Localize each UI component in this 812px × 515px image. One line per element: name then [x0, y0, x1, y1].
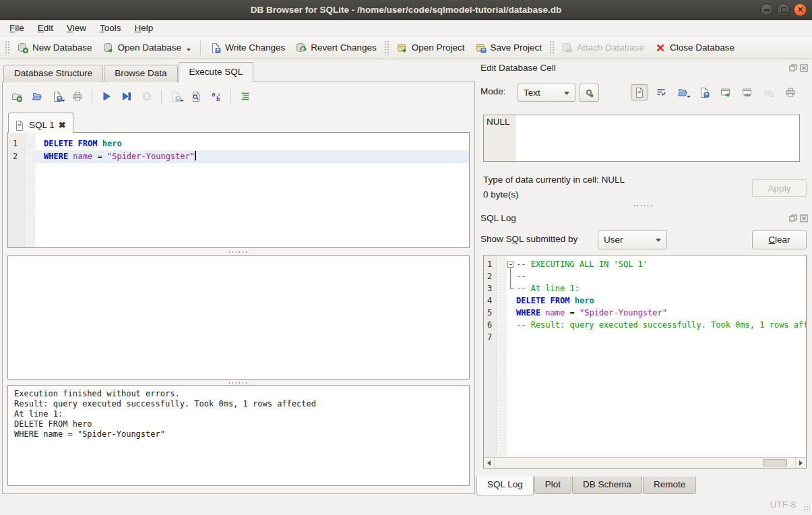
- editor-content[interactable]: DELETE FROM heroWHERE name = "Spider-You…: [35, 133, 469, 247]
- execute-all-button[interactable]: [98, 88, 115, 104]
- cell-size-label: 0 byte(s): [483, 189, 519, 200]
- fold-marker-icon[interactable]: [507, 258, 516, 270]
- float-icon[interactable]: [788, 63, 797, 72]
- mode-combobox[interactable]: Text: [518, 84, 575, 102]
- execute-current-line-button[interactable]: [118, 88, 135, 104]
- close-icon[interactable]: [799, 214, 808, 222]
- open-project-button[interactable]: Open Project: [392, 39, 470, 57]
- save-project-button[interactable]: Save Project: [470, 39, 548, 57]
- text-view-button[interactable]: [631, 84, 648, 100]
- tab-browse-data[interactable]: Browse Data: [104, 65, 177, 82]
- title-bar[interactable]: DB Browser for SQLite - /home/user/code/…: [0, 0, 812, 20]
- cell-editor[interactable]: NULL: [483, 115, 800, 162]
- new-database-button[interactable]: New Database: [12, 39, 98, 57]
- tab-database-structure[interactable]: Database Structure: [3, 65, 103, 82]
- menu-file[interactable]: File: [3, 21, 31, 35]
- message-line: Result: query executed successfully. Too…: [14, 399, 463, 409]
- export-data-button[interactable]: [695, 84, 713, 100]
- new-sql-tab-button[interactable]: [8, 88, 26, 104]
- fold-marker-icon: [507, 307, 516, 319]
- folder-open-icon: [32, 91, 42, 102]
- close-database-button[interactable]: Close Database: [650, 39, 740, 57]
- apply-button[interactable]: Apply: [752, 179, 807, 197]
- float-icon[interactable]: [788, 214, 797, 222]
- sql-filter-combobox[interactable]: User: [598, 230, 667, 249]
- open-sql-file-button[interactable]: [28, 88, 46, 104]
- project-save-icon: [476, 42, 487, 53]
- dock-splitter[interactable]: [479, 202, 808, 208]
- window-controls: ✕: [760, 3, 807, 16]
- save-sql-file-button[interactable]: [49, 88, 66, 104]
- attach-database-button[interactable]: Attach Database: [557, 39, 650, 57]
- format-sql-button[interactable]: [237, 88, 254, 104]
- scroll-left-icon[interactable]: [484, 458, 495, 468]
- minimize-button[interactable]: [760, 3, 773, 16]
- scrollbar-thumb[interactable]: [763, 459, 787, 466]
- message-line: DELETE FROM hero: [14, 419, 463, 429]
- status-bar: UTF-8: [0, 494, 812, 515]
- results-table-view: [7, 255, 470, 380]
- chevron-down-icon: [564, 92, 569, 95]
- editor-line[interactable]: DELETE FROM hero: [35, 138, 469, 150]
- print-cell-button[interactable]: [782, 84, 799, 100]
- close-database-label: Close Database: [670, 42, 735, 53]
- open-database-button[interactable]: Open Database: [98, 39, 197, 57]
- set-null-button[interactable]: [760, 84, 778, 100]
- menu-edit[interactable]: Edit: [31, 21, 60, 35]
- line-number: 4: [484, 295, 496, 307]
- close-tab-icon[interactable]: ✖: [59, 120, 66, 130]
- maximize-button[interactable]: [777, 3, 790, 16]
- dock-tab-remote[interactable]: Remote: [643, 477, 696, 494]
- scroll-right-icon[interactable]: [795, 458, 806, 468]
- editor-line-numbers: 12: [8, 133, 26, 247]
- editor-line[interactable]: WHERE name = "Spider-Youngster": [35, 150, 469, 163]
- print-sql-button[interactable]: [69, 88, 86, 104]
- find-icon: [191, 91, 201, 102]
- clear-log-button[interactable]: Clear: [752, 230, 807, 249]
- sql-1-tab[interactable]: SQL 1 ✖: [8, 113, 73, 133]
- svg-text:b: b: [216, 96, 220, 102]
- stop-icon: [142, 91, 152, 102]
- menu-view[interactable]: View: [60, 21, 93, 35]
- dock-tab-plot[interactable]: Plot: [534, 477, 571, 494]
- toolbar-separator: [92, 90, 92, 103]
- line-number: 1: [8, 138, 25, 150]
- find-replace-button[interactable]: ab: [208, 88, 225, 104]
- stop-execution-button[interactable]: [138, 88, 156, 104]
- revert-changes-button[interactable]: Revert Changes: [290, 39, 382, 57]
- save-results-button[interactable]: [167, 88, 185, 104]
- toolbar-drag-handle[interactable]: [5, 40, 10, 55]
- sql-editor[interactable]: 12 DELETE FROM heroWHERE name = "Spider-…: [7, 132, 470, 248]
- chevron-down-icon[interactable]: [187, 49, 191, 51]
- sql-log-view[interactable]: 1234567 -- EXECUTING ALL IN 'SQL 1'---- …: [483, 255, 807, 468]
- write-changes-button[interactable]: Write Changes: [205, 39, 290, 57]
- toolbar-drag-handle[interactable]: [549, 40, 555, 55]
- chevron-down-icon[interactable]: [180, 100, 184, 102]
- log-horizontal-scrollbar[interactable]: [484, 457, 806, 468]
- auto-apply-button[interactable]: [580, 84, 599, 102]
- dock-tab-sql-log[interactable]: SQL Log: [476, 477, 534, 495]
- toolbar-drag-handle[interactable]: [384, 40, 389, 55]
- word-wrap-button[interactable]: [652, 84, 670, 100]
- chevron-down-icon[interactable]: [61, 100, 65, 102]
- db-new-icon: [18, 42, 28, 53]
- close-icon[interactable]: [799, 63, 808, 72]
- copy-data-link-button[interactable]: [739, 84, 756, 100]
- log-line: [507, 331, 806, 343]
- editor-results-splitter[interactable]: [7, 249, 470, 255]
- tab-execute-sql[interactable]: Execute SQL: [179, 62, 254, 82]
- chevron-down-icon[interactable]: [687, 96, 691, 98]
- log-line: -- EXECUTING ALL IN 'SQL 1': [507, 258, 806, 270]
- import-data-button[interactable]: [674, 84, 691, 100]
- close-button[interactable]: ✕: [794, 3, 807, 16]
- line-number: 2: [484, 270, 496, 282]
- menu-help[interactable]: Help: [128, 21, 160, 35]
- resize-grip-icon[interactable]: [803, 506, 810, 512]
- text-cursor: [195, 151, 196, 160]
- menu-tools[interactable]: Tools: [93, 21, 128, 35]
- close-database-icon: [655, 42, 666, 53]
- dock-tab-db-schema[interactable]: DB Schema: [572, 477, 642, 494]
- open-external-button[interactable]: [717, 84, 735, 100]
- message-line: At line 1:: [14, 409, 463, 419]
- find-in-sql-button[interactable]: [187, 88, 205, 104]
